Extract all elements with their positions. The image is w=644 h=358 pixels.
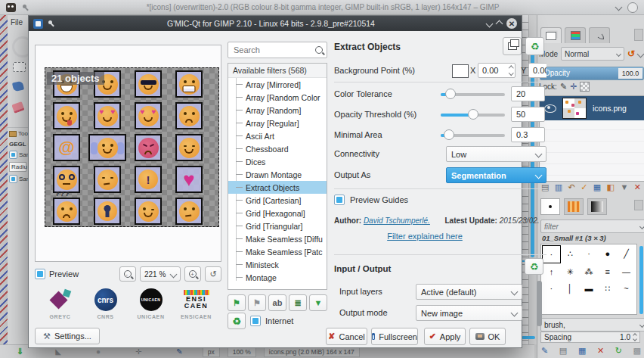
settings-button[interactable]: ⚒ Settings... — [35, 328, 100, 344]
new-brush-icon[interactable]: ▤ — [559, 347, 567, 355]
slider-handle[interactable] — [468, 109, 478, 120]
tab-channels[interactable] — [565, 27, 586, 43]
brush-filter-select[interactable]: filter — [540, 219, 644, 233]
ok-button[interactable]: OK — [469, 328, 506, 345]
filter-item[interactable]: Make Seamless [Patc — [228, 245, 327, 258]
slider-value[interactable]: 0.3 — [511, 127, 545, 142]
slider-value[interactable]: 50 — [511, 107, 545, 122]
slider-track[interactable] — [441, 93, 505, 96]
brush-item[interactable]: — — [617, 263, 636, 280]
filter-item[interactable]: Grid [Hexagonal] — [228, 207, 327, 219]
internet-checkbox[interactable] — [250, 316, 261, 326]
merge-layer-icon[interactable]: ▼ — [620, 183, 628, 191]
logo-unicaen[interactable]: UNICAEN UNICAEN — [133, 287, 169, 319]
eraser-tool-icon[interactable] — [11, 101, 24, 114]
zoom-in-button[interactable]: + — [184, 266, 201, 282]
download-icon[interactable]: ⇓ — [17, 347, 23, 356]
dialog-close-icon[interactable]: ✕ — [506, 18, 517, 29]
apply-button[interactable]: ✔ Apply — [424, 328, 466, 345]
lock-pixels-icon[interactable]: ✎ — [560, 82, 567, 91]
output-mode-select[interactable]: New image — [416, 305, 522, 321]
brush-grid-scrollbar[interactable] — [639, 246, 643, 314]
logo-cnrs[interactable]: cnrs CNRS — [88, 287, 123, 319]
reset-parameters-button[interactable]: ♻ — [525, 37, 544, 55]
dock-tab-overflow[interactable] — [634, 29, 643, 41]
filter-item[interactable]: Array [Mirrored] — [228, 78, 327, 91]
tab-gradients[interactable] — [587, 198, 607, 215]
tab-patterns[interactable] — [564, 198, 584, 215]
slider-handle[interactable] — [444, 129, 454, 140]
io-reset-button[interactable]: ♻ — [525, 258, 543, 275]
slider-track[interactable] — [441, 114, 505, 117]
refresh-brushes-icon[interactable]: ↻ — [615, 347, 622, 355]
filter-item[interactable]: Array [Random] — [228, 104, 327, 117]
filter-item[interactable]: Extract Objects — [228, 181, 327, 194]
layer-row[interactable]: icons.png — [540, 96, 644, 120]
filter-item[interactable]: Grid [Cartesian] — [228, 194, 327, 207]
slider-value[interactable]: 20 — [511, 86, 545, 101]
filter-explained-link[interactable]: Filter explained here — [334, 232, 516, 241]
filter-item[interactable]: Ministeck — [228, 258, 327, 271]
brush-combo[interactable]: brush, — [540, 318, 644, 332]
filter-item[interactable]: Drawn Montage — [228, 168, 327, 181]
mode-select[interactable]: Normal — [561, 47, 624, 61]
zoom-level-select[interactable]: 221 % — [140, 266, 181, 282]
y-spinbox[interactable]: 0.00 — [528, 63, 546, 78]
mode-reset-icon[interactable]: ↺ — [627, 49, 635, 58]
rename-fave-button[interactable]: ab — [268, 294, 286, 311]
brush-item[interactable]: ~ — [617, 280, 636, 297]
brush-item[interactable]: ● — [598, 245, 617, 262]
filter-item[interactable]: Make Seamless [Diffu — [228, 232, 327, 245]
zoom-out-button[interactable]: - — [119, 266, 136, 282]
preview-image[interactable]: 21 objects ♥♥♥♥@!♥??? — [45, 67, 219, 227]
zoom-reset-button[interactable]: ↺ — [205, 266, 221, 282]
lock-alpha-icon[interactable] — [580, 82, 590, 92]
lock-position-icon[interactable]: ✛ — [570, 82, 577, 91]
filter-item[interactable]: Chessboard — [228, 142, 327, 155]
sample-checkbox-2[interactable] — [9, 175, 17, 183]
copy-to-layers-button[interactable] — [503, 37, 522, 55]
brush-tab-overflow[interactable] — [634, 200, 643, 210]
open-brush-icon[interactable]: ▩ — [633, 347, 641, 355]
duplicate-layer-icon[interactable]: ▦ — [593, 183, 601, 191]
parameters-scrollbar[interactable] — [537, 281, 542, 326]
brush-item[interactable]: ╱ — [617, 245, 636, 262]
dialog-pin-icon[interactable] — [48, 20, 55, 27]
rect-select-tool-icon[interactable] — [13, 62, 26, 72]
x-spinbox[interactable]: 0.00 — [478, 63, 516, 78]
gimp-window-menu-icon[interactable] — [627, 2, 638, 13]
brush-item[interactable]: ⁂ — [580, 263, 599, 280]
refresh-filters-button[interactable]: ♻ — [228, 313, 246, 329]
slider-track[interactable] — [441, 134, 505, 137]
layer-mask-icon[interactable]: ◧ — [607, 183, 615, 191]
tab-paths[interactable] — [589, 27, 610, 43]
filter-item[interactable]: Dices — [228, 155, 327, 168]
fullscreen-button[interactable]: Fullscreen — [371, 328, 418, 345]
filter-item[interactable]: Montage — [228, 271, 327, 284]
dialog-minimize-icon[interactable] — [486, 20, 494, 27]
mode-extra-chevron-icon[interactable] — [637, 50, 644, 58]
search-input[interactable] — [232, 45, 312, 55]
brush-item[interactable]: ∷ — [598, 280, 617, 297]
filter-item[interactable]: Grid [Triangular] — [228, 219, 327, 232]
anchor-layer-icon[interactable]: ✓ — [581, 183, 587, 191]
logo-greyc[interactable]: GREYC — [42, 287, 78, 319]
new-group-icon[interactable]: ▥ — [555, 183, 562, 191]
duplicate-brush-icon[interactable]: ▦ — [578, 347, 586, 355]
paint-tool-icon[interactable] — [12, 81, 24, 92]
reorder-faves-button[interactable]: ≣ — [289, 294, 307, 311]
brush-item[interactable]: ✳ — [561, 263, 580, 280]
raise-layer-icon[interactable]: ↶ — [568, 183, 575, 191]
filter-item[interactable]: Array [Random Color — [228, 91, 327, 104]
remove-fave-button[interactable]: ⚑ — [248, 294, 266, 311]
connectivity-select[interactable]: Low — [446, 146, 546, 162]
add-fave-button[interactable]: ⚑ — [228, 294, 246, 311]
delete-layer-icon[interactable]: ✕ — [634, 183, 641, 191]
layer-thumbnail[interactable] — [562, 98, 587, 119]
brush-item[interactable]: · — [580, 245, 599, 262]
edit-brush-icon[interactable]: ✎ — [541, 347, 548, 355]
preview-guides-checkbox[interactable] — [334, 195, 345, 205]
spacing-row[interactable]: Spacing 1.0 — [540, 332, 640, 343]
filter-item[interactable]: Ascii Art — [228, 129, 327, 142]
brush-item[interactable]: │ — [561, 280, 580, 297]
